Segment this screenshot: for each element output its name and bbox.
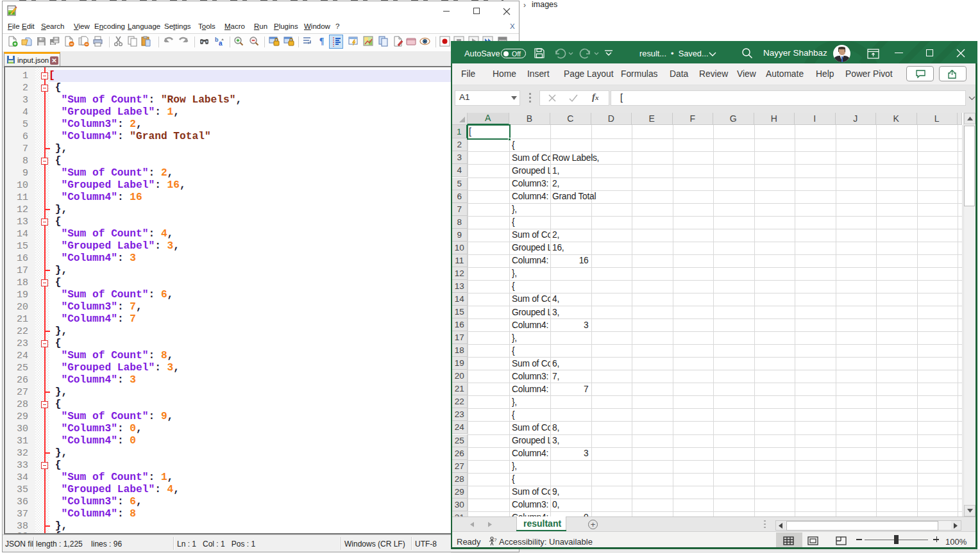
svg-text:¶: ¶ [319, 36, 325, 46]
svg-text:a: a [219, 40, 223, 47]
